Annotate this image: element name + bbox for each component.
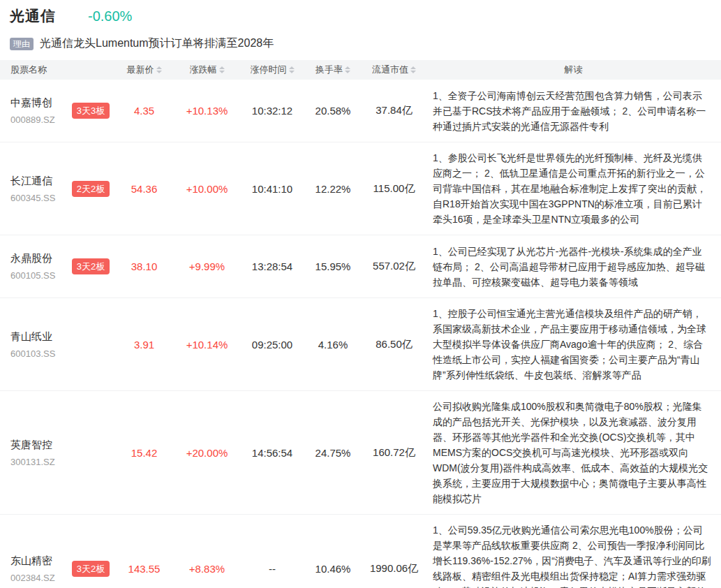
market-cap: 1990.06亿 [362,562,426,575]
table-row[interactable]: 英唐智控 300131.SZ 15.42 +20.00% 14:56:54 24… [0,391,721,515]
change-percent: +10.13% [173,105,241,117]
latest-price: 38.10 [115,260,173,272]
consecutive-board-badge: 2天2板 [72,181,110,197]
stock-name-link[interactable]: 中嘉博创 [10,96,66,110]
column-label: 涨停时间 [251,64,287,76]
sector-change-percent: -0.60% [88,8,132,24]
consecutive-board-badge: 3天2板 [72,561,110,577]
sort-icon [345,66,350,73]
stock-code: 300131.SZ [10,457,66,467]
column-header-change-percent[interactable]: 涨跌幅 [173,64,241,76]
turnover-rate: 20.58% [304,105,362,117]
sector-header: 光通信 -0.60% 理由 光通信龙头Lumentum预计订单将排满至2028年 [0,0,721,51]
sort-icon [156,66,162,73]
latest-price: 15.42 [115,447,173,459]
column-header-limit-up-time[interactable]: 涨停时间 [241,64,304,76]
change-percent: +10.14% [173,339,241,351]
stock-code: 002384.SZ [10,573,66,583]
interpretation-text: 1、参股公司长飞光纤是世界领先的光纤预制棒、光纤及光缆供应商之一； 2、低轨卫星… [426,150,721,227]
column-label: 涨跌幅 [190,64,217,76]
stock-name-link[interactable]: 东山精密 [10,554,66,568]
table-row[interactable]: 长江通信 600345.SS 2天2板 54.36 +10.00% 10:41:… [0,142,721,235]
stock-code: 000889.SZ [10,115,66,125]
badge-cell: 2天2板 [66,181,115,197]
table-row[interactable]: 青山纸业 600103.SS 3.91 +10.14% 09:25:00 4.1… [0,298,721,391]
stock-code: 600345.SS [10,193,66,203]
stock-name-cell: 英唐智控 300131.SZ [0,439,66,467]
stock-code: 600103.SS [10,348,66,359]
stock-code: 600105.SS [10,270,66,281]
interpretation-text: 1、公司已经实现了从光芯片-光器件-光模块-系统集成的全产业链布局； 2、公司高… [426,244,721,290]
column-label: 流通市值 [372,64,408,76]
table-header-row: 股票名称 最新价 涨跌幅 涨停时间 换手率 流通市值 解读 [0,60,721,80]
stock-name-cell: 中嘉博创 000889.SZ [0,96,66,125]
turnover-rate: 24.75% [304,447,362,459]
column-header-turnover-rate[interactable]: 换手率 [304,64,362,76]
sector-title: 光通信 [10,6,56,26]
column-label: 最新价 [127,64,154,76]
market-cap: 160.72亿 [362,446,426,460]
stock-name-link[interactable]: 长江通信 [10,175,66,188]
market-cap: 557.02亿 [362,260,426,273]
latest-price: 3.91 [115,339,173,351]
latest-price: 54.36 [115,183,173,195]
sector-title-row: 光通信 -0.60% [10,6,711,26]
sort-icon [289,66,295,73]
stock-name-link[interactable]: 青山纸业 [10,330,66,344]
reason-text: 光通信龙头Lumentum预计订单将排满至2028年 [40,36,274,51]
stock-name-link[interactable]: 英唐智控 [10,439,66,452]
consecutive-board-badge: 3天3板 [72,103,110,119]
interpretation-text: 1、全资子公司海南博创云天经营范围包含算力销售，公司表示并已基于RCS技术将产品… [426,88,721,134]
stock-name-cell: 青山纸业 600103.SS [0,330,66,359]
limit-up-time: 09:25:00 [241,339,304,351]
change-percent: +20.00% [173,447,241,459]
interpretation-text: 1、公司59.35亿元收购光通信公司索尔思光电100%股份；公司是苹果等产品线软… [426,522,721,588]
turnover-rate: 4.16% [304,339,362,351]
column-label: 股票名称 [10,64,47,76]
change-percent: +9.99% [173,260,241,272]
turnover-rate: 10.46% [304,563,362,575]
column-header-latest-price[interactable]: 最新价 [115,64,173,76]
limit-up-time: -- [241,563,304,575]
table-body: 中嘉博创 000889.SZ 3天3板 4.35 +10.13% 10:32:1… [0,80,721,588]
stock-name-cell: 永鼎股份 600105.SS [0,252,66,281]
badge-cell: 3天3板 [66,103,115,119]
reason-tag-badge: 理由 [10,38,34,50]
table-row[interactable]: 中嘉博创 000889.SZ 3天3板 4.35 +10.13% 10:32:1… [0,80,721,142]
stock-table: 股票名称 最新价 涨跌幅 涨停时间 换手率 流通市值 解读 中嘉博创 [0,60,721,588]
limit-up-time: 10:41:10 [241,183,304,195]
market-cap: 115.00亿 [362,182,426,196]
interpretation-text: 1、控股子公司恒宝通光主营光通信模块及组件产品的研产销，系国家级高新技术企业，产… [426,306,721,383]
market-cap: 37.84亿 [362,104,426,117]
limit-up-time: 13:28:54 [241,260,304,272]
change-percent: +10.00% [173,183,241,195]
consecutive-board-badge: 3天2板 [72,258,110,274]
badge-cell: 3天2板 [66,561,115,577]
table-row[interactable]: 永鼎股份 600105.SS 3天2板 38.10 +9.99% 13:28:5… [0,235,721,298]
limit-up-time: 14:56:54 [241,447,304,459]
turnover-rate: 15.95% [304,260,362,272]
reason-row: 理由 光通信龙头Lumentum预计订单将排满至2028年 [10,36,711,51]
badge-cell: 3天2板 [66,258,115,274]
change-percent: +8.83% [173,563,241,575]
sort-icon [410,66,416,73]
limit-up-time: 10:32:12 [241,105,304,117]
column-label: 换手率 [315,64,343,76]
latest-price: 4.35 [115,105,173,117]
turnover-rate: 12.22% [304,183,362,195]
table-row[interactable]: 东山精密 002384.SZ 3天2板 143.55 +8.83% -- 10.… [0,515,721,588]
stock-name-cell: 长江通信 600345.SS [0,175,66,203]
column-header-market-cap[interactable]: 流通市值 [362,64,426,76]
stock-name-link[interactable]: 永鼎股份 [10,252,66,265]
sort-icon [219,66,225,73]
market-cap: 86.50亿 [362,338,426,351]
stock-name-cell: 东山精密 002384.SZ [0,554,66,583]
latest-price: 143.55 [115,563,173,575]
column-header-stock-name: 股票名称 [0,64,66,76]
column-label: 解读 [565,64,583,76]
interpretation-text: 公司拟收购光隆集成100%股权和奥简微电子80%股权；光隆集成的产品包括光开关、… [426,399,721,506]
column-header-interpretation: 解读 [426,64,721,76]
